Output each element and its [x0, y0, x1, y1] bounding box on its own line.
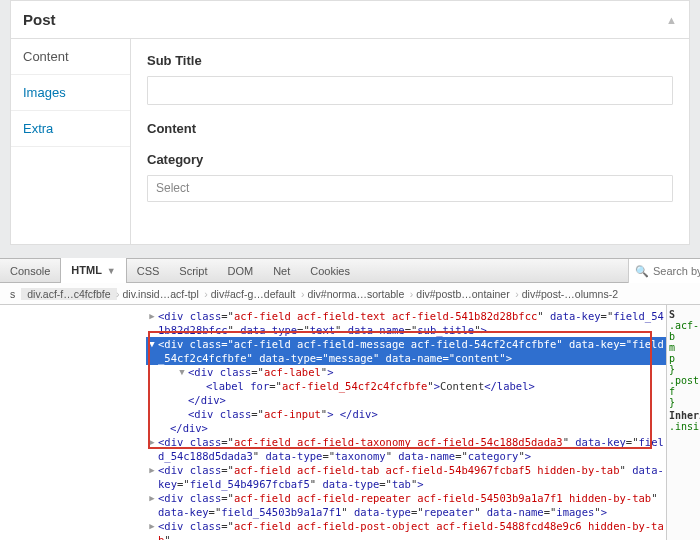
source-row[interactable]: <label for="acf-field_54cf2c4fcfbfe">Con… — [146, 379, 666, 393]
devtools-tab-html[interactable]: HTML ▼ — [60, 258, 126, 283]
source-row[interactable]: </div> — [146, 393, 666, 407]
breadcrumb: s div.acf-f…c4fcfbfe div.insid…acf-tpl d… — [0, 283, 700, 305]
disclosure-icon[interactable]: ▶ — [146, 309, 158, 323]
devtools-tab-cookies[interactable]: Cookies — [300, 259, 360, 283]
css-rule: .post — [669, 375, 698, 386]
subtitle-label: Sub Title — [147, 53, 673, 68]
source-row[interactable]: ▶<div class="acf-field acf-field-tab acf… — [146, 463, 666, 491]
collapse-icon[interactable]: ▲ — [666, 14, 677, 26]
devtools-tab-css[interactable]: CSS — [127, 259, 170, 283]
source-row-selected[interactable]: ▼<div class="acf-field acf-field-message… — [146, 337, 666, 365]
source-row[interactable]: ▶<div class="acf-field acf-field-text ac… — [146, 309, 666, 337]
css-prop: p — [669, 353, 698, 364]
tab-images[interactable]: Images — [11, 75, 130, 111]
source-row[interactable]: ▶<div class="acf-field acf-field-post-ob… — [146, 519, 666, 540]
devtools-main: ▶<div class="acf-field acf-field-text ac… — [0, 305, 700, 540]
disclosure-icon[interactable]: ▶ — [146, 435, 158, 449]
inherited-header: Inheri — [669, 410, 698, 421]
category-select[interactable]: Select — [147, 175, 673, 202]
panel-body: Content Images Extra Sub Title Content C… — [11, 39, 689, 244]
source-row[interactable]: ▼<div class="acf-label"> — [146, 365, 666, 379]
chevron-down-icon: ▼ — [107, 266, 116, 276]
metabox-panel: Post ▲ Content Images Extra Sub Title Co… — [10, 0, 690, 245]
search-icon: 🔍 — [635, 265, 649, 278]
panel-title: Post — [23, 11, 56, 28]
crumb-item[interactable]: div#post-…olumns-2 — [516, 288, 624, 300]
css-prop: b — [669, 331, 698, 342]
tab-extra[interactable]: Extra — [11, 111, 130, 147]
devtools-search-input[interactable] — [653, 265, 700, 277]
styles-header: S — [669, 309, 698, 320]
css-rule: .acf- — [669, 320, 698, 331]
crumb-item[interactable]: s — [4, 288, 21, 300]
category-label: Category — [147, 152, 673, 167]
field-content: Content — [147, 121, 673, 136]
source-row[interactable]: </div> — [146, 421, 666, 435]
devtools-tab-script[interactable]: Script — [169, 259, 217, 283]
category-placeholder: Select — [156, 181, 189, 195]
css-prop: m — [669, 342, 698, 353]
crumb-item[interactable]: div#acf-g…default — [205, 288, 302, 300]
tabs-sidebar: Content Images Extra — [11, 39, 131, 244]
source-row[interactable]: <div class="acf-input"> </div> — [146, 407, 666, 421]
css-close: } — [669, 397, 698, 408]
source-row[interactable]: ▶<div class="acf-field acf-field-repeate… — [146, 491, 666, 519]
crumb-item[interactable]: div#postb…ontainer — [410, 288, 515, 300]
disclosure-icon[interactable]: ▼ — [176, 365, 188, 379]
devtools-tabs: Console HTML ▼ CSS Script DOM Net Cookie… — [0, 259, 700, 283]
content-label: Content — [147, 121, 673, 136]
disclosure-icon[interactable]: ▶ — [146, 463, 158, 477]
devtools-tab-console[interactable]: Console — [0, 259, 60, 283]
crumb-item[interactable]: div#norma…sortable — [301, 288, 410, 300]
devtools-search: 🔍 — [628, 259, 700, 283]
disclosure-icon[interactable]: ▶ — [146, 519, 158, 533]
panel-header[interactable]: Post ▲ — [11, 1, 689, 39]
devtools-tab-net[interactable]: Net — [263, 259, 300, 283]
devtools-panel: Console HTML ▼ CSS Script DOM Net Cookie… — [0, 258, 700, 540]
disclosure-icon[interactable]: ▶ — [146, 491, 158, 505]
field-category: Category Select — [147, 152, 673, 202]
crumb-item[interactable]: div.acf-f…c4fcfbfe — [21, 288, 116, 300]
source-tree[interactable]: ▶<div class="acf-field acf-field-text ac… — [0, 305, 666, 540]
css-close: } — [669, 364, 698, 375]
subtitle-input[interactable] — [147, 76, 673, 105]
css-rule: .insi — [669, 421, 698, 432]
source-row[interactable]: ▶<div class="acf-field acf-field-taxonom… — [146, 435, 666, 463]
tab-content[interactable]: Content — [11, 39, 130, 75]
disclosure-icon[interactable]: ▼ — [146, 337, 158, 351]
crumb-item[interactable]: div.insid…acf-tpl — [117, 288, 205, 300]
styles-pane[interactable]: S .acf- b m p } .post f } Inheri .insi — [666, 305, 700, 540]
css-prop: f — [669, 386, 698, 397]
devtools-tab-dom[interactable]: DOM — [217, 259, 263, 283]
field-subtitle: Sub Title — [147, 53, 673, 105]
fields-area: Sub Title Content Category Select — [131, 39, 689, 244]
